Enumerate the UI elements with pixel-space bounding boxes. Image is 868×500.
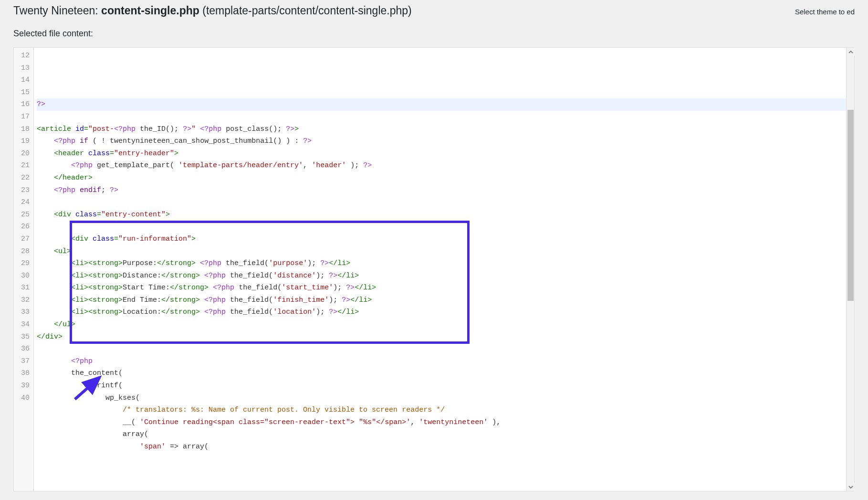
line-number: 25	[18, 209, 30, 221]
code-line[interactable]: <li><strong>Location:</strong> <?php the…	[37, 306, 854, 319]
line-number: 31	[18, 282, 30, 294]
code-line[interactable]: <li><strong>Purpose:</strong> <?php the_…	[37, 257, 854, 270]
code-line[interactable]: /* translators: %s: Name of current post…	[37, 404, 854, 416]
code-line[interactable]	[37, 343, 854, 355]
code-line[interactable]: <?php get_template_part( 'template-parts…	[37, 160, 854, 172]
code-line[interactable]: <?php	[37, 355, 854, 368]
code-line[interactable]: <?php if ( ! twentynineteen_can_show_pos…	[37, 135, 854, 148]
code-line[interactable]: array(	[37, 428, 854, 441]
line-number: 27	[18, 233, 30, 245]
line-number: 23	[18, 184, 30, 197]
code-line[interactable]	[37, 221, 854, 233]
code-line[interactable]	[37, 111, 854, 123]
code-line[interactable]: __( 'Continue reading<span class="screen…	[37, 416, 854, 429]
code-line[interactable]: </ul>	[37, 319, 854, 331]
line-number-gutter: 1213141516171819202122232425262728293031…	[14, 48, 34, 491]
chevron-up-icon	[848, 50, 853, 54]
line-number: 22	[18, 172, 30, 184]
select-theme-label[interactable]: Select theme to ed	[795, 3, 855, 16]
line-number: 15	[18, 86, 30, 99]
line-number: 35	[18, 331, 30, 343]
page-title: Twenty Nineteen: content-single.php (tem…	[13, 0, 412, 19]
line-number: 21	[18, 160, 30, 172]
line-number: 33	[18, 306, 30, 319]
line-number: 12	[18, 50, 30, 62]
scroll-down-button[interactable]	[847, 483, 855, 491]
scroll-thumb[interactable]	[847, 110, 854, 301]
code-line[interactable]: <li><strong>End Time:</strong> <?php the…	[37, 294, 854, 307]
line-number: 34	[18, 319, 30, 331]
code-line[interactable]: sprintf(	[37, 380, 854, 392]
line-number: 17	[18, 111, 30, 123]
code-line[interactable]: </div>	[37, 331, 854, 343]
line-number: 18	[18, 123, 30, 136]
line-number: 14	[18, 74, 30, 86]
code-content-area[interactable]: ?><article id="post-<?php the_ID(); ?>" …	[34, 48, 854, 491]
line-number: 13	[18, 62, 30, 74]
code-line[interactable]: <?php endif; ?>	[37, 184, 854, 197]
title-filename: content-single.php	[101, 4, 199, 17]
line-number: 28	[18, 245, 30, 258]
scroll-up-button[interactable]	[847, 48, 855, 56]
code-line[interactable]: the_content(	[37, 367, 854, 380]
title-prefix: Twenty Nineteen:	[13, 4, 101, 17]
line-number: 24	[18, 196, 30, 209]
code-line[interactable]	[37, 196, 854, 209]
code-line[interactable]: <ul>	[37, 245, 854, 258]
code-line[interactable]: <li><strong>Start Time:</strong> <?php t…	[37, 282, 854, 294]
line-number: 38	[18, 367, 30, 380]
line-number: 20	[18, 148, 30, 160]
code-line[interactable]: <div class="entry-content">	[37, 209, 854, 221]
vertical-scrollbar[interactable]	[846, 48, 854, 491]
code-line[interactable]: </header>	[37, 172, 854, 184]
code-line[interactable]: <header class="entry-header">	[37, 148, 854, 160]
line-number: 19	[18, 135, 30, 148]
code-editor[interactable]: 1213141516171819202122232425262728293031…	[13, 47, 855, 491]
code-line[interactable]: <article id="post-<?php the_ID(); ?>" <?…	[37, 123, 854, 136]
code-line[interactable]: <div class="run-information">	[37, 233, 854, 245]
line-number: 30	[18, 270, 30, 282]
code-line[interactable]: 'span' => array(	[37, 441, 854, 453]
line-number: 26	[18, 221, 30, 233]
title-suffix: (template-parts/content/content-single.p…	[199, 4, 412, 17]
code-line[interactable]: ?>	[37, 98, 854, 111]
line-number: 36	[18, 343, 30, 355]
chevron-down-icon	[848, 485, 853, 489]
line-number: 16	[18, 98, 30, 111]
line-number: 40	[18, 392, 30, 404]
code-line[interactable]: wp_kses(	[37, 392, 854, 404]
line-number: 32	[18, 294, 30, 307]
line-number: 39	[18, 380, 30, 392]
line-number: 29	[18, 257, 30, 270]
selected-file-content-label: Selected file content:	[0, 19, 868, 43]
line-number: 37	[18, 355, 30, 368]
code-line[interactable]: <li><strong>Distance:</strong> <?php the…	[37, 270, 854, 282]
